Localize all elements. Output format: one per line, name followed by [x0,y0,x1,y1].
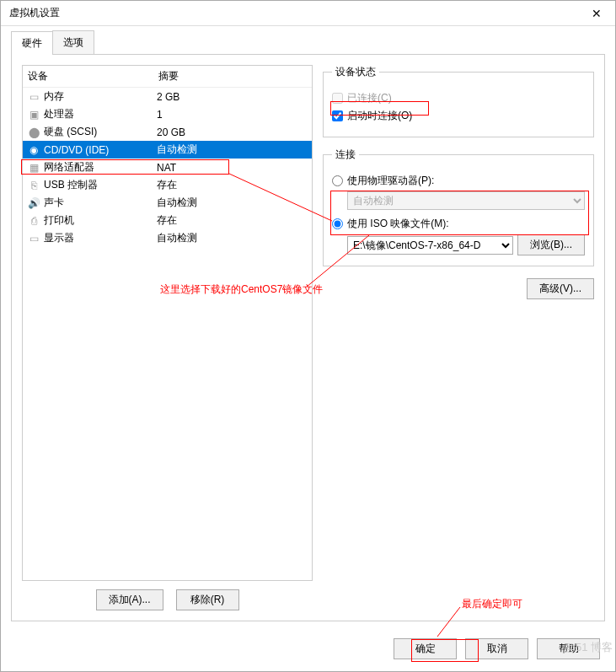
device-summary: 20 GB [157,126,308,138]
device-name: 打印机 [44,213,157,228]
device-name: USB 控制器 [44,178,157,192]
device-summary: 2 GB [157,91,308,103]
device-name: 硬盘 (SCSI) [44,125,157,139]
display-icon: ▭ [26,232,41,245]
content: 硬件 选项 设备 摘要 ▭内存2 GB▣处理器1⬤硬盘 (SCSI)20 GB◉… [1,26,615,630]
use-iso-row[interactable]: 使用 ISO 映像文件(M): [332,217,585,231]
ok-button[interactable]: 确定 [394,638,457,659]
vm-settings-window: 虚拟机设置 ✕ 硬件 选项 设备 摘要 ▭内存2 GB▣处理器1⬤硬盘 (SCS… [0,0,616,672]
use-iso-radio[interactable] [332,218,343,229]
nic-icon: ▦ [26,161,41,175]
device-summary: 存在 [157,178,308,192]
poweron-connect-checkbox[interactable] [332,110,343,121]
col-device: 设备 [28,69,158,83]
tab-strip: 硬件 选项 [11,30,605,55]
device-name: 内存 [44,89,157,104]
iso-path-select[interactable]: E:\镜像\CentOS-7-x86_64-D [347,236,513,255]
device-row-cd[interactable]: ◉CD/DVD (IDE)自动检测 [23,141,312,159]
device-name: 处理器 [44,107,157,121]
poweron-connect-label: 启动时连接(O) [347,109,412,123]
add-button[interactable]: 添加(A)... [96,589,163,610]
device-row-nic[interactable]: ▦网络适配器NAT [23,159,312,176]
remove-button[interactable]: 移除(R) [176,589,239,610]
advanced-button[interactable]: 高级(V)... [527,278,594,299]
device-row-usb[interactable]: ⎘USB 控制器存在 [23,176,312,194]
device-summary: 自动检测 [157,231,308,245]
device-name: 网络适配器 [44,160,157,175]
connection-legend: 连接 [332,148,359,162]
device-status-group: 设备状态 已连接(C) 启动时连接(O) [323,65,594,137]
use-physical-radio[interactable] [332,175,343,186]
device-summary: 1 [157,109,308,121]
tab-options[interactable]: 选项 [52,30,94,54]
cancel-button[interactable]: 取消 [465,638,528,659]
use-physical-label: 使用物理驱动器(P): [347,174,434,188]
device-row-display[interactable]: ▭显示器自动检测 [23,229,312,247]
right-panel: 设备状态 已连接(C) 启动时连接(O) 连接 使用物理驱动器(P): [323,65,594,610]
bottom-buttons: 确定 取消 帮助 [1,630,615,671]
device-row-cpu[interactable]: ▣处理器1 [23,105,312,123]
memory-icon: ▭ [26,90,41,104]
device-summary: 自动检测 [157,142,308,157]
device-status-legend: 设备状态 [332,65,379,79]
device-summary: NAT [157,162,308,174]
close-button[interactable]: ✕ [577,1,615,26]
device-row-disk[interactable]: ⬤硬盘 (SCSI)20 GB [23,123,312,141]
device-summary: 存在 [157,213,308,228]
tab-body: 设备 摘要 ▭内存2 GB▣处理器1⬤硬盘 (SCSI)20 GB◉CD/DVD… [11,55,605,621]
use-physical-row[interactable]: 使用物理驱动器(P): [332,174,585,188]
cd-icon: ◉ [26,143,41,157]
connected-row[interactable]: 已连接(C) [332,91,585,105]
device-row-printer[interactable]: ⎙打印机存在 [23,212,312,229]
device-name: CD/DVD (IDE) [44,144,157,156]
titlebar: 虚拟机设置 ✕ [1,1,615,26]
cpu-icon: ▣ [26,108,41,121]
device-list-header: 设备 摘要 [23,66,312,88]
help-button[interactable]: 帮助 [537,638,600,659]
printer-icon: ⎙ [26,214,41,228]
device-name: 显示器 [44,231,157,245]
browse-button[interactable]: 浏览(B)... [517,234,585,255]
left-buttons: 添加(A)... 移除(R) [22,581,313,610]
disk-icon: ⬤ [26,126,41,139]
device-row-sound[interactable]: 🔊声卡自动检测 [23,194,312,212]
window-title: 虚拟机设置 [9,6,60,20]
col-summary: 摘要 [158,69,307,83]
poweron-connect-row[interactable]: 启动时连接(O) [332,109,585,123]
device-summary: 自动检测 [157,196,308,210]
physical-drive-select: 自动检测 [347,191,585,210]
connection-group: 连接 使用物理驱动器(P): 自动检测 使用 ISO 映像文件(M): [323,148,594,266]
device-row-memory[interactable]: ▭内存2 GB [23,88,312,105]
tab-hardware[interactable]: 硬件 [11,31,53,55]
device-name: 声卡 [44,196,157,210]
usb-icon: ⎘ [26,179,41,192]
left-panel: 设备 摘要 ▭内存2 GB▣处理器1⬤硬盘 (SCSI)20 GB◉CD/DVD… [22,65,313,610]
use-iso-label: 使用 ISO 映像文件(M): [347,217,449,231]
connected-checkbox [332,93,343,104]
sound-icon: 🔊 [26,196,41,210]
connected-label: 已连接(C) [347,91,392,105]
device-list: 设备 摘要 ▭内存2 GB▣处理器1⬤硬盘 (SCSI)20 GB◉CD/DVD… [22,65,313,581]
